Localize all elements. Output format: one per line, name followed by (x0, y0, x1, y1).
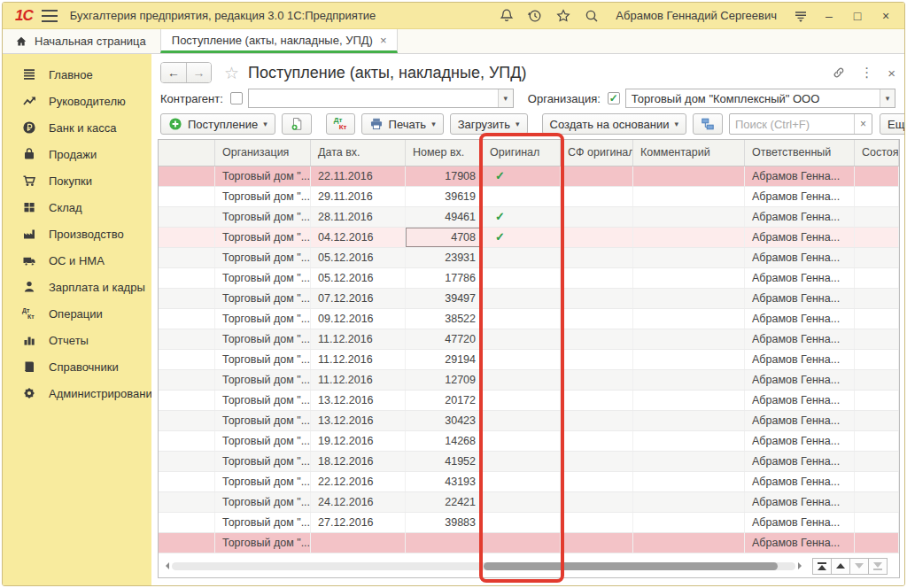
table-cell[interactable] (855, 207, 899, 227)
column-header-5[interactable]: СФ оригинал (561, 140, 633, 166)
table-cell[interactable] (483, 472, 561, 491)
history-icon[interactable] (527, 8, 543, 24)
table-cell[interactable] (855, 391, 899, 410)
table-cell[interactable] (855, 533, 899, 553)
table-cell[interactable]: 41952 (406, 452, 483, 471)
sidebar-item-bank-cash[interactable]: Банк и касса (3, 114, 151, 141)
sidebar-item-sales[interactable]: Продажи (3, 141, 151, 167)
table-row[interactable]: Торговый дом "...11.12.201629194Абрамов … (159, 350, 899, 370)
table-cell[interactable] (561, 472, 633, 491)
table-cell[interactable]: 47720 (406, 329, 483, 349)
table-cell[interactable] (855, 431, 899, 451)
table-cell[interactable]: 13.12.2016 (311, 391, 406, 410)
tab-receipts-active[interactable]: Поступление (акты, накладные, УПД) × (160, 29, 399, 53)
table-cell[interactable] (159, 370, 215, 390)
table-cell[interactable] (561, 207, 633, 227)
table-cell[interactable] (159, 187, 215, 206)
table-cell[interactable]: Торговый дом "... (215, 207, 311, 227)
table-cell[interactable] (159, 350, 215, 369)
table-cell[interactable]: Торговый дом "... (215, 309, 311, 329)
table-cell[interactable]: Торговый дом "... (215, 329, 311, 349)
table-cell[interactable] (855, 309, 899, 329)
service-menu-icon[interactable] (793, 8, 809, 24)
table-cell[interactable]: Торговый дом "... (215, 391, 311, 410)
table-cell[interactable] (633, 166, 745, 186)
table-cell[interactable]: Абрамов Генна... (745, 187, 855, 206)
sidebar-item-administration[interactable]: Администрирование (3, 380, 151, 406)
table-cell[interactable] (561, 329, 633, 349)
sidebar-item-directories[interactable]: Справочники (3, 353, 151, 380)
table-cell[interactable]: Абрамов Генна... (745, 472, 855, 491)
table-cell[interactable]: 39497 (406, 289, 483, 308)
go-to-end-button[interactable] (868, 558, 888, 575)
table-cell[interactable] (159, 228, 215, 247)
table-cell[interactable]: 18.12.2016 (311, 452, 406, 471)
table-cell[interactable]: Торговый дом "... (215, 268, 311, 288)
table-cell[interactable] (483, 411, 561, 430)
more-menu-dots-icon[interactable]: ⋮ (860, 65, 873, 81)
table-cell[interactable]: 39883 (406, 513, 483, 532)
table-cell[interactable] (633, 472, 745, 491)
table-cell[interactable] (483, 187, 561, 206)
table-cell[interactable]: Абрамов Генна... (745, 309, 855, 329)
table-cell[interactable]: 11.12.2016 (311, 370, 406, 390)
table-cell[interactable] (633, 268, 745, 288)
table-cell[interactable] (561, 248, 633, 267)
table-cell[interactable] (633, 431, 745, 451)
table-row[interactable]: Торговый дом "...11.12.201647720Абрамов … (159, 329, 899, 350)
table-cell[interactable] (483, 289, 561, 308)
load-button[interactable]: Загрузить ▾ (450, 113, 528, 135)
table-cell[interactable]: 17908 (406, 166, 483, 186)
more-button[interactable]: Еще ▾ (880, 113, 905, 135)
close-window-button[interactable]: × (878, 9, 894, 23)
table-cell[interactable] (483, 350, 561, 369)
search-input[interactable] (730, 118, 854, 131)
table-row[interactable]: Торговый дом "...05.12.201623931Абрамов … (159, 248, 899, 268)
table-row[interactable]: Торговый дом "...13.12.201630423Абрамов … (159, 411, 899, 431)
close-form-icon[interactable]: × (888, 66, 895, 81)
table-cell[interactable]: 22421 (406, 492, 483, 512)
table-row[interactable]: Торговый дом "...09.12.201638522Абрамов … (159, 309, 899, 329)
table-cell[interactable]: Абрамов Генна... (745, 431, 855, 451)
table-cell[interactable] (311, 533, 406, 553)
main-menu-icon[interactable] (42, 10, 58, 22)
table-cell[interactable] (561, 513, 633, 532)
scroll-left-icon[interactable] (161, 562, 170, 569)
sidebar-item-reports[interactable]: Отчеты (3, 327, 151, 353)
search-clear-icon[interactable]: × (854, 114, 872, 134)
table-row[interactable]: Торговый дом "...11.12.201612709Абрамов … (159, 370, 899, 391)
table-row[interactable]: Торговый дом "...18.12.201641952Абрамов … (159, 452, 899, 472)
table-cell[interactable]: Торговый дом "... (215, 350, 311, 369)
column-header-7[interactable]: Ответственный (745, 140, 855, 166)
table-cell[interactable]: 39619 (406, 187, 483, 206)
minimize-button[interactable]: – (821, 9, 837, 23)
table-cell[interactable] (483, 492, 561, 512)
table-cell[interactable] (483, 452, 561, 471)
table-cell[interactable]: ✓ (483, 207, 561, 227)
sidebar-item-operations[interactable]: ДтКт Операции (3, 300, 151, 327)
table-cell[interactable]: 07.12.2016 (311, 289, 406, 308)
table-cell[interactable]: 17786 (406, 268, 483, 288)
favorite-star-icon[interactable]: ☆ (224, 63, 239, 83)
sidebar-item-main[interactable]: Главное (3, 61, 151, 88)
table-cell[interactable] (483, 370, 561, 390)
table-cell[interactable] (159, 411, 215, 430)
table-cell[interactable]: 22.11.2016 (311, 166, 406, 186)
table-cell[interactable] (483, 248, 561, 267)
table-cell[interactable]: Абрамов Генна... (745, 452, 855, 471)
table-cell[interactable]: 24.12.2016 (311, 492, 406, 512)
sidebar-item-production[interactable]: Производство (3, 220, 151, 247)
table-cell[interactable]: 4708 (406, 228, 483, 247)
table-cell[interactable]: Абрамов Генна... (745, 166, 855, 186)
table-cell[interactable]: 43193 (406, 472, 483, 491)
table-cell[interactable] (159, 513, 215, 532)
table-cell[interactable]: 49461 (406, 207, 483, 227)
table-cell[interactable]: 04.12.2016 (311, 228, 406, 247)
organization-checkbox[interactable]: ✓ (608, 92, 620, 104)
table-cell[interactable]: Абрамов Генна... (745, 411, 855, 430)
global-search-icon[interactable] (584, 8, 600, 24)
table-cell[interactable] (855, 492, 899, 512)
table-cell[interactable] (159, 248, 215, 267)
table-cell[interactable] (633, 411, 745, 430)
organization-dropdown-icon[interactable]: ▾ (880, 89, 895, 107)
